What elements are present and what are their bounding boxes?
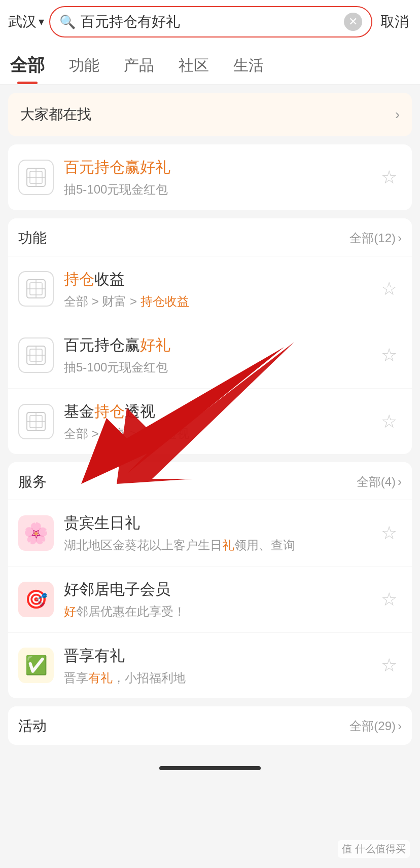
function-item-1[interactable]: 持仓收益 全部 > 财富 > 持仓收益 ☆ [8, 256, 412, 323]
bottom-home-area [0, 753, 420, 783]
search-icon: 🔍 [59, 14, 76, 30]
tab-all[interactable]: 全部 [8, 44, 47, 84]
function-item-2-favorite-button[interactable]: ☆ [376, 343, 402, 368]
top-result-icon [18, 160, 54, 195]
function-item-3-subtitle: 全部 > 财富 > 基金透视 [64, 425, 366, 442]
service-item-1-content: 贵宾生日礼 湖北地区金葵花以上客户生日礼领用、查询 [64, 512, 366, 554]
function-section-all-button[interactable]: 全部(12) › [349, 230, 402, 246]
function-section-card: 功能 全部(12) › 持仓收益 全部 > 财富 [8, 218, 412, 455]
search-bar[interactable]: 🔍 百元持仓有好礼 ✕ [49, 6, 372, 37]
activity-section-title: 活动 [18, 716, 47, 736]
star-icon: ☆ [381, 589, 397, 610]
hot-search-label: 大家都在找 [20, 105, 91, 124]
search-clear-button[interactable]: ✕ [344, 13, 362, 31]
service-item-2-content: 好邻居电子会员 好邻居优惠在此享受！ [64, 579, 366, 620]
location-button[interactable]: 武汉 ▾ [8, 12, 44, 31]
service-item-3-icon: ✅ [18, 648, 54, 683]
service-item-1[interactable]: 🌸 贵宾生日礼 湖北地区金葵花以上客户生日礼领用、查询 ☆ [8, 500, 412, 567]
header: 武汉 ▾ 🔍 百元持仓有好礼 ✕ 取消 [0, 0, 420, 44]
service-item-1-subtitle: 湖北地区金葵花以上客户生日礼领用、查询 [64, 537, 366, 554]
location-text: 武汉 [8, 12, 37, 31]
tab-function[interactable]: 功能 [67, 45, 101, 83]
function-item-1-favorite-button[interactable]: ☆ [376, 276, 402, 301]
service-item-2[interactable]: 🎯 好邻居电子会员 好邻居优惠在此享受！ ☆ [8, 567, 412, 633]
tab-product[interactable]: 产品 [122, 45, 156, 83]
function-item-1-title: 持仓收益 [64, 269, 366, 290]
activity-section-card: 活动 全部(29) › [8, 706, 412, 745]
search-input-value[interactable]: 百元持仓有好礼 [81, 12, 339, 31]
service-item-3-subtitle: 晋享有礼，小招福利地 [64, 669, 366, 687]
function-item-1-icon [18, 271, 54, 307]
top-result-card: 百元持仓赢好礼 抽5-100元现金红包 ☆ [8, 144, 412, 210]
function-item-3[interactable]: 基金持仓透视 全部 > 财富 > 基金透视 ☆ [8, 389, 412, 455]
top-result-title: 百元持仓赢好礼 [64, 157, 366, 178]
star-icon: ☆ [381, 278, 397, 299]
watermark: 值 什么值得买 [338, 840, 410, 858]
home-indicator [159, 766, 261, 770]
service-section-title: 服务 [18, 472, 47, 492]
tabs-bar: 全部 功能 产品 社区 生活 [0, 44, 420, 85]
star-icon: ☆ [381, 167, 397, 188]
service-item-2-icon: 🎯 [18, 582, 54, 617]
service-item-1-title: 贵宾生日礼 [64, 512, 366, 534]
top-result-subtitle: 抽5-100元现金红包 [64, 181, 366, 198]
top-result-item[interactable]: 百元持仓赢好礼 抽5-100元现金红包 ☆ [8, 144, 412, 210]
top-result-content: 百元持仓赢好礼 抽5-100元现金红包 [64, 157, 366, 198]
service-item-1-icon: 🌸 [18, 515, 54, 551]
function-section-header: 功能 全部(12) › [8, 218, 412, 256]
star-icon: ☆ [381, 655, 397, 676]
tab-community[interactable]: 社区 [177, 45, 211, 83]
service-section-card: 服务 全部(4) › 🌸 贵宾生日礼 湖北地区金葵花以上客户生日礼领用、查询 ☆ [8, 462, 412, 698]
function-item-3-favorite-button[interactable]: ☆ [376, 409, 402, 434]
activity-chevron-icon: › [398, 719, 402, 733]
function-item-2[interactable]: 百元持仓赢好礼 抽5-100元现金红包 ☆ [8, 322, 412, 389]
hot-search-chevron-icon: › [395, 106, 400, 123]
star-icon: ☆ [381, 345, 397, 366]
service-item-2-title: 好邻居电子会员 [64, 579, 366, 600]
service-item-3-title: 晋享有礼 [64, 645, 366, 666]
function-item-1-content: 持仓收益 全部 > 财富 > 持仓收益 [64, 269, 366, 310]
service-section-header: 服务 全部(4) › [8, 462, 412, 500]
activity-section-all-button[interactable]: 全部(29) › [349, 718, 402, 734]
top-result-favorite-button[interactable]: ☆ [376, 165, 402, 190]
function-item-2-content: 百元持仓赢好礼 抽5-100元现金红包 [64, 334, 366, 376]
service-item-2-subtitle: 好邻居优惠在此享受！ [64, 603, 366, 620]
function-item-2-icon [18, 337, 54, 373]
cancel-button[interactable]: 取消 [377, 12, 412, 31]
function-item-3-title: 基金持仓透视 [64, 401, 366, 422]
star-icon: ☆ [381, 411, 397, 432]
hot-search-card[interactable]: 大家都在找 › [8, 93, 412, 136]
function-item-1-subtitle: 全部 > 财富 > 持仓收益 [64, 293, 366, 310]
function-chevron-icon: › [398, 231, 402, 245]
function-item-3-icon [18, 404, 54, 439]
location-chevron-icon: ▾ [39, 15, 44, 28]
service-chevron-icon: › [398, 475, 402, 489]
star-icon: ☆ [381, 522, 397, 544]
service-item-3-favorite-button[interactable]: ☆ [376, 653, 402, 678]
service-item-3-content: 晋享有礼 晋享有礼，小招福利地 [64, 645, 366, 687]
service-section-all-button[interactable]: 全部(4) › [357, 474, 402, 490]
function-item-3-content: 基金持仓透视 全部 > 财富 > 基金透视 [64, 401, 366, 442]
tab-life[interactable]: 生活 [231, 45, 266, 83]
activity-section-header: 活动 全部(29) › [8, 706, 412, 744]
top-result-title-text: 百元持仓赢好礼 [64, 159, 170, 175]
function-item-2-subtitle: 抽5-100元现金红包 [64, 359, 366, 376]
function-section-title: 功能 [18, 229, 47, 248]
function-item-2-title: 百元持仓赢好礼 [64, 334, 366, 356]
service-item-2-favorite-button[interactable]: ☆ [376, 587, 402, 612]
service-item-1-favorite-button[interactable]: ☆ [376, 520, 402, 546]
service-item-3[interactable]: ✅ 晋享有礼 晋享有礼，小招福利地 ☆ [8, 633, 412, 699]
